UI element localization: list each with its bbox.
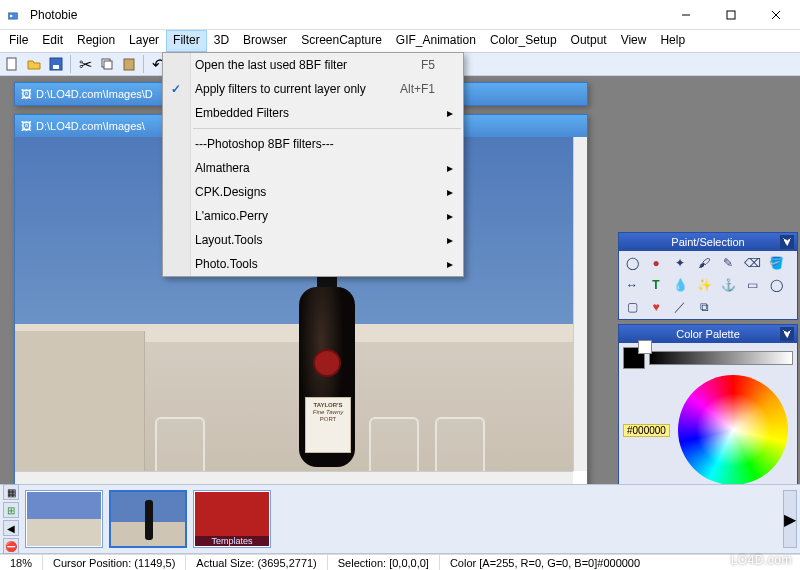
brush-tool[interactable]: 🖌 bbox=[695, 255, 713, 271]
menu-item[interactable]: ---Photoshop 8BF filters--- bbox=[163, 132, 463, 156]
side-panels: Paint/Selection ⮟ ◯ ● ✦ 🖌 ✎ ⌫ 🪣 ↔ T 💧 ✨ … bbox=[618, 232, 798, 484]
thumb-tile-icon[interactable]: ▦ bbox=[3, 484, 19, 500]
doc-icon: 🖼 bbox=[21, 88, 32, 100]
menu-item[interactable]: Almathera▸ bbox=[163, 156, 463, 180]
toolbar-separator bbox=[143, 55, 144, 73]
fill-tool[interactable]: 🪣 bbox=[767, 255, 785, 271]
collapse-icon[interactable]: ⮟ bbox=[780, 235, 794, 249]
menu-region[interactable]: Region bbox=[70, 30, 122, 52]
paste-icon[interactable] bbox=[119, 54, 139, 74]
clone-tool[interactable]: ⧉ bbox=[695, 299, 713, 315]
move-tool[interactable]: ↔ bbox=[623, 277, 641, 293]
menu-layer[interactable]: Layer bbox=[122, 30, 166, 52]
collapse-icon[interactable]: ⮟ bbox=[780, 327, 794, 341]
background-color-swatch[interactable] bbox=[638, 340, 652, 354]
submenu-arrow-icon: ▸ bbox=[447, 161, 453, 175]
panel-header[interactable]: Paint/Selection ⮟ bbox=[619, 233, 797, 251]
rect-shape-tool[interactable]: ▭ bbox=[743, 277, 761, 293]
rounded-rect-tool[interactable]: ▢ bbox=[623, 299, 641, 315]
vertical-scrollbar[interactable] bbox=[573, 137, 587, 471]
menu-item[interactable]: ✓Apply filters to current layer onlyAlt+… bbox=[163, 77, 463, 101]
maximize-button[interactable] bbox=[708, 1, 753, 29]
menu-item[interactable]: Open the last used 8BF filterF5 bbox=[163, 53, 463, 77]
close-button[interactable] bbox=[753, 1, 798, 29]
svg-point-1 bbox=[10, 14, 13, 17]
menu-separator bbox=[193, 128, 461, 129]
menu-item-label: L'amico.Perry bbox=[195, 209, 268, 223]
open-file-icon[interactable] bbox=[24, 54, 44, 74]
menu-output[interactable]: Output bbox=[564, 30, 614, 52]
foreground-color-swatch[interactable] bbox=[623, 347, 645, 369]
hex-readout[interactable]: #000000 bbox=[623, 424, 670, 437]
menu-item[interactable]: Layout.Tools▸ bbox=[163, 228, 463, 252]
submenu-arrow-icon: ▸ bbox=[447, 209, 453, 223]
gradient-slider[interactable] bbox=[649, 351, 793, 365]
status-selection: Selection: [0,0,0,0] bbox=[328, 555, 440, 570]
thumb-next-icon[interactable]: ▶ bbox=[783, 490, 797, 548]
document-title-text: D:\LO4D.com\Images\ bbox=[36, 120, 145, 132]
menu-view[interactable]: View bbox=[614, 30, 654, 52]
status-cursor: Cursor Position: (1149,5) bbox=[43, 555, 186, 570]
wand-tool[interactable]: ✨ bbox=[695, 277, 713, 293]
menu-file[interactable]: File bbox=[2, 30, 35, 52]
ellipse-shape-tool[interactable]: ◯ bbox=[767, 277, 785, 293]
menu-color_setup[interactable]: Color_Setup bbox=[483, 30, 564, 52]
eyedropper-tool[interactable]: 💧 bbox=[671, 277, 689, 293]
filter-menu-dropdown: Open the last used 8BF filterF5✓Apply fi… bbox=[162, 52, 464, 277]
copy-icon[interactable] bbox=[97, 54, 117, 74]
document-title-text: D:\LO4D.com\Images\D bbox=[36, 88, 153, 100]
menu-item[interactable]: Embedded Filters▸ bbox=[163, 101, 463, 125]
thumbnail[interactable] bbox=[25, 490, 103, 548]
horizontal-scrollbar[interactable] bbox=[15, 471, 573, 484]
eraser-tool[interactable]: ⌫ bbox=[743, 255, 761, 271]
line-tool[interactable]: ／ bbox=[671, 299, 689, 315]
minimize-button[interactable] bbox=[663, 1, 708, 29]
svg-rect-3 bbox=[727, 11, 735, 19]
thumbnail-templates[interactable]: Templates bbox=[193, 490, 271, 548]
menu-item[interactable]: L'amico.Perry▸ bbox=[163, 204, 463, 228]
status-zoom: 18% bbox=[0, 555, 43, 570]
cut-icon[interactable]: ✂ bbox=[75, 54, 95, 74]
color-wheel[interactable] bbox=[678, 375, 788, 484]
menu-item-label: CPK.Designs bbox=[195, 185, 266, 199]
menu-help[interactable]: Help bbox=[653, 30, 692, 52]
check-icon: ✓ bbox=[171, 82, 181, 96]
pencil-tool[interactable]: ✎ bbox=[719, 255, 737, 271]
watermark: LO4D.com bbox=[731, 553, 792, 567]
thumb-grid-icon[interactable]: ⊞ bbox=[3, 502, 19, 518]
save-icon[interactable] bbox=[46, 54, 66, 74]
menu-item-label: Open the last used 8BF filter bbox=[195, 58, 347, 72]
menu-gif_animation[interactable]: GIF_Animation bbox=[389, 30, 483, 52]
thumb-prev-icon[interactable]: ◀ bbox=[3, 520, 19, 536]
menu-item-label: ---Photoshop 8BF filters--- bbox=[195, 137, 334, 151]
menu-shortcut: Alt+F1 bbox=[400, 82, 435, 96]
menu-browser[interactable]: Browser bbox=[236, 30, 294, 52]
menu-item-label: Layout.Tools bbox=[195, 233, 262, 247]
menu-screencapture[interactable]: ScreenCapture bbox=[294, 30, 389, 52]
menubar: FileEditRegionLayerFilter3DBrowserScreen… bbox=[0, 30, 800, 52]
svg-rect-11 bbox=[124, 59, 134, 70]
svg-rect-10 bbox=[104, 61, 112, 69]
anchor-tool[interactable]: ⚓ bbox=[719, 277, 737, 293]
new-file-icon[interactable] bbox=[2, 54, 22, 74]
lasso-tool[interactable]: ✦ bbox=[671, 255, 689, 271]
menu-3d[interactable]: 3D bbox=[207, 30, 236, 52]
svg-rect-8 bbox=[53, 65, 59, 69]
submenu-arrow-icon: ▸ bbox=[447, 257, 453, 271]
doc-icon: 🖼 bbox=[21, 120, 32, 132]
menu-edit[interactable]: Edit bbox=[35, 30, 70, 52]
heart-tool[interactable]: ♥ bbox=[647, 299, 665, 315]
color-palette-panel: Color Palette ⮟ #000000 Color List bbox=[618, 324, 798, 484]
menu-item[interactable]: Photo.Tools▸ bbox=[163, 252, 463, 276]
app-icon bbox=[8, 7, 24, 23]
menu-item[interactable]: CPK.Designs▸ bbox=[163, 180, 463, 204]
menu-filter[interactable]: Filter bbox=[166, 30, 207, 52]
thumb-close-icon[interactable]: ⛔ bbox=[3, 538, 19, 554]
submenu-arrow-icon: ▸ bbox=[447, 233, 453, 247]
svg-rect-6 bbox=[7, 58, 16, 70]
menu-shortcut: F5 bbox=[421, 58, 435, 72]
thumbnail-selected[interactable] bbox=[109, 490, 187, 548]
rect-select-tool[interactable]: ● bbox=[647, 255, 665, 271]
ellipse-select-tool[interactable]: ◯ bbox=[623, 255, 641, 271]
text-tool[interactable]: T bbox=[647, 277, 665, 293]
